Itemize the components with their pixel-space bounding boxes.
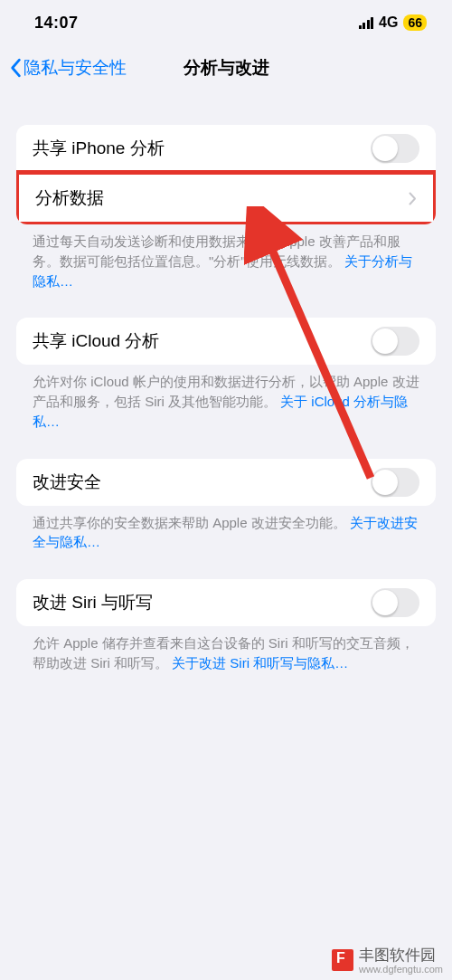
battery-badge: 66 — [403, 14, 427, 31]
card: 共享 iPhone 分析 分析数据 — [16, 125, 436, 224]
network-label: 4G — [379, 14, 398, 31]
watermark-logo-icon — [332, 949, 353, 971]
settings-group-icloud-analytics: 共享 iCloud 分析 允许对你 iCloud 帐户的使用和数据进行分析，以帮… — [16, 318, 436, 431]
card: 改进 Siri 与听写 — [16, 579, 436, 626]
status-bar: 14:07 4G 66 — [0, 0, 452, 45]
group-footer: 通过共享你的安全数据来帮助 Apple 改进安全功能。 关于改进安全与隐私… — [16, 506, 436, 553]
watermark-name: 丰图软件园 — [359, 947, 436, 964]
settings-group-improve-siri: 改进 Siri 与听写 允许 Apple 储存并查看来自这台设备的 Siri 和… — [16, 579, 436, 673]
row-label: 共享 iCloud 分析 — [33, 329, 159, 353]
row-share-iphone-analytics[interactable]: 共享 iPhone 分析 — [16, 125, 436, 172]
back-button[interactable]: 隐私与安全性 — [9, 56, 127, 80]
settings-group-analytics: 共享 iPhone 分析 分析数据 通过每天自动发送诊断和使用数据来帮助 App… — [16, 125, 436, 290]
row-label: 共享 iPhone 分析 — [33, 137, 165, 160]
annotation-highlight: 分析数据 — [16, 170, 436, 224]
page-title: 分析与改进 — [184, 56, 269, 80]
card: 共享 iCloud 分析 — [16, 318, 436, 365]
group-footer: 通过每天自动发送诊断和使用数据来帮助 Apple 改善产品和服务。数据可能包括位… — [16, 224, 436, 290]
settings-group-improve-security: 改进安全 通过共享你的安全数据来帮助 Apple 改进安全功能。 关于改进安全与… — [16, 459, 436, 553]
chevron-left-icon — [9, 58, 22, 78]
watermark-url: www.dgfengtu.com — [359, 964, 443, 975]
row-label: 分析数据 — [35, 186, 104, 210]
row-label: 改进安全 — [33, 471, 101, 494]
toggle-improve-siri[interactable] — [371, 588, 419, 617]
row-analytics-data[interactable]: 分析数据 — [19, 175, 433, 222]
chevron-right-icon — [409, 192, 417, 205]
watermark: 丰图软件园 www.dgfengtu.com — [332, 945, 443, 975]
toggle-improve-security[interactable] — [371, 468, 419, 497]
toggle-share-icloud-analytics[interactable] — [371, 327, 419, 356]
footer-link-siri-privacy[interactable]: 关于改进 Siri 和听写与隐私… — [172, 655, 348, 671]
navigation-bar: 隐私与安全性 分析与改进 — [0, 45, 452, 90]
row-improve-siri[interactable]: 改进 Siri 与听写 — [16, 579, 436, 626]
toggle-share-iphone-analytics[interactable] — [371, 134, 419, 163]
back-label: 隐私与安全性 — [24, 56, 127, 80]
status-time: 14:07 — [34, 14, 79, 33]
card: 改进安全 — [16, 459, 436, 506]
cellular-signal-icon — [359, 17, 374, 29]
row-label: 改进 Siri 与听写 — [33, 591, 153, 614]
row-share-icloud-analytics[interactable]: 共享 iCloud 分析 — [16, 318, 436, 365]
footer-text: 通过共享你的安全数据来帮助 Apple 改进安全功能。 — [33, 515, 346, 530]
group-footer: 允许对你 iCloud 帐户的使用和数据进行分析，以帮助 Apple 改进产品和… — [16, 365, 436, 431]
row-improve-security[interactable]: 改进安全 — [16, 459, 436, 506]
content: 共享 iPhone 分析 分析数据 通过每天自动发送诊断和使用数据来帮助 App… — [0, 90, 452, 673]
status-right: 4G 66 — [359, 14, 427, 31]
group-footer: 允许 Apple 储存并查看来自这台设备的 Siri 和听写的交互音频，帮助改进… — [16, 626, 436, 673]
